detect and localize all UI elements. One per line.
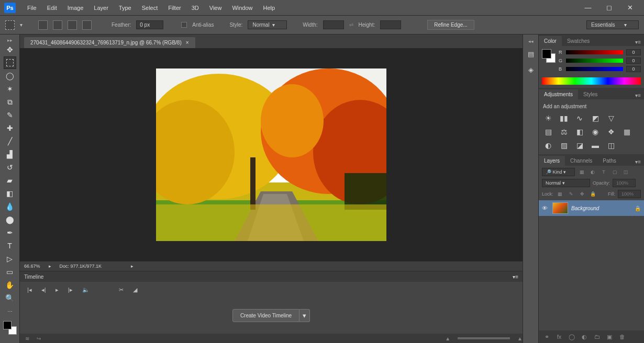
- g-input[interactable]: [626, 58, 641, 64]
- g-slider[interactable]: [566, 59, 623, 63]
- clone-stamp-tool[interactable]: ▟: [4, 148, 16, 161]
- canvas-area[interactable]: [20, 48, 523, 261]
- collapse-right-icon[interactable]: ◂◂: [528, 39, 534, 44]
- marquee-tool[interactable]: [4, 56, 16, 69]
- move-tool[interactable]: ✥: [4, 43, 16, 56]
- menu-type[interactable]: Type: [114, 3, 137, 13]
- posterize-adjustment-icon[interactable]: ▨: [559, 141, 569, 150]
- document-tab[interactable]: 270431_460864490632324_769613719_n.jpg @…: [24, 37, 195, 48]
- transition-icon[interactable]: ◢: [133, 287, 137, 293]
- maximize-button[interactable]: ◻: [602, 3, 616, 13]
- panel-fg-swatch[interactable]: [542, 49, 551, 59]
- tab-swatches[interactable]: Swatches: [562, 36, 595, 46]
- color-swatch-tool[interactable]: [3, 321, 17, 335]
- zoom-tool[interactable]: 🔍: [4, 292, 16, 304]
- menu-file[interactable]: File: [22, 3, 42, 13]
- photo-filter-adjustment-icon[interactable]: ◉: [590, 127, 601, 136]
- dodge-tool[interactable]: ⬤: [4, 213, 16, 226]
- style-select[interactable]: Normal ▾: [248, 20, 287, 29]
- selection-subtract-icon[interactable]: [68, 20, 77, 30]
- zoom-level[interactable]: 66.67%: [24, 264, 40, 269]
- timeline-forward-icon[interactable]: ↪: [37, 336, 41, 341]
- r-input[interactable]: [626, 49, 641, 55]
- tab-styles[interactable]: Styles: [578, 89, 603, 99]
- marquee-tool-icon[interactable]: [5, 20, 15, 30]
- selection-intersect-icon[interactable]: [82, 20, 92, 30]
- lut-adjustment-icon[interactable]: ▦: [621, 127, 632, 136]
- tab-channels[interactable]: Channels: [565, 156, 597, 166]
- layer-kind-select[interactable]: 🔎 Kind ▾: [542, 168, 575, 176]
- delete-layer-icon[interactable]: 🗑: [618, 334, 626, 340]
- menu-filter[interactable]: Filter: [163, 3, 186, 13]
- menu-window[interactable]: Window: [227, 3, 258, 13]
- history-panel-icon[interactable]: ▤: [525, 48, 537, 60]
- threshold-adjustment-icon[interactable]: ◪: [574, 141, 585, 150]
- hand-tool[interactable]: ✋: [4, 279, 16, 291]
- blur-tool[interactable]: 💧: [4, 200, 16, 213]
- lasso-tool[interactable]: ◯: [4, 70, 16, 82]
- timeline-loop-icon[interactable]: ≋: [25, 336, 29, 341]
- hue-adjustment-icon[interactable]: ▤: [543, 127, 553, 136]
- vibrance-adjustment-icon[interactable]: ▽: [606, 113, 616, 123]
- layer-mask-icon[interactable]: ◯: [568, 334, 575, 340]
- filter-type-icon[interactable]: T: [599, 168, 608, 176]
- filter-smart-icon[interactable]: ◫: [621, 168, 630, 176]
- type-tool[interactable]: T: [4, 239, 16, 252]
- feather-input[interactable]: [136, 20, 163, 29]
- timeline-zoom-in-icon[interactable]: ▲: [517, 336, 523, 341]
- crop-tool[interactable]: ⧉: [4, 96, 16, 108]
- menu-edit[interactable]: Edit: [42, 3, 62, 13]
- channel-mixer-adjustment-icon[interactable]: ❖: [606, 127, 616, 136]
- lock-position-icon[interactable]: ✥: [578, 190, 586, 198]
- close-button[interactable]: ✕: [623, 3, 637, 13]
- filter-pixel-icon[interactable]: ▦: [578, 168, 586, 176]
- gradient-tool[interactable]: ◧: [4, 187, 16, 200]
- timeline-zoom-out-icon[interactable]: ▲: [445, 336, 450, 341]
- workspace-select[interactable]: Essentials▾: [586, 20, 639, 29]
- color-panel-menu-icon[interactable]: ▾≡: [632, 38, 644, 46]
- create-video-timeline-button[interactable]: Create Video Timeline: [232, 309, 299, 322]
- path-selection-tool[interactable]: ▷: [4, 253, 16, 265]
- adjustments-panel-menu-icon[interactable]: ▾≡: [632, 92, 644, 99]
- eraser-tool[interactable]: ▰: [4, 174, 16, 187]
- exposure-adjustment-icon[interactable]: ◩: [590, 113, 601, 123]
- audio-icon[interactable]: 🔈: [82, 287, 90, 293]
- filter-adjustment-icon[interactable]: ◐: [589, 168, 597, 176]
- play-icon[interactable]: ▸: [55, 287, 59, 293]
- timeline-zoom-slider[interactable]: [458, 337, 510, 339]
- filter-shape-icon[interactable]: ▢: [610, 168, 619, 176]
- close-tab-icon[interactable]: ×: [186, 40, 189, 45]
- layers-panel-menu-icon[interactable]: ▾≡: [632, 158, 644, 166]
- canvas[interactable]: [156, 68, 386, 241]
- layer-thumbnail[interactable]: [552, 202, 568, 214]
- menu-3d[interactable]: 3D: [186, 3, 204, 13]
- split-clip-icon[interactable]: ✂: [119, 287, 124, 293]
- selection-add-icon[interactable]: [53, 20, 62, 30]
- next-frame-icon[interactable]: |▸: [68, 287, 73, 293]
- chevron-down-icon[interactable]: ▾: [20, 22, 23, 28]
- menu-image[interactable]: Image: [62, 3, 89, 13]
- brightness-adjustment-icon[interactable]: ☀: [543, 113, 553, 123]
- new-adjustment-layer-icon[interactable]: ◐: [581, 334, 588, 340]
- lock-image-icon[interactable]: ✎: [567, 190, 575, 198]
- edit-toolbar-icon[interactable]: ⋯: [4, 305, 16, 317]
- link-layers-icon[interactable]: ⚭: [543, 334, 550, 340]
- layer-visibility-icon[interactable]: 👁: [542, 205, 549, 211]
- bw-adjustment-icon[interactable]: ◧: [574, 127, 585, 136]
- status-play-icon[interactable]: ▸: [131, 264, 134, 269]
- healing-brush-tool[interactable]: ✚: [4, 122, 16, 134]
- new-group-icon[interactable]: 🗀: [593, 334, 601, 340]
- tab-paths[interactable]: Paths: [597, 156, 621, 166]
- blend-mode-select[interactable]: Normal ▾: [542, 179, 590, 187]
- prev-frame-icon[interactable]: ◂|: [41, 287, 46, 293]
- layer-locked-icon[interactable]: 🔒: [635, 205, 641, 211]
- levels-adjustment-icon[interactable]: ▮▮: [559, 113, 569, 123]
- history-brush-tool[interactable]: ↺: [4, 161, 16, 174]
- tab-layers[interactable]: Layers: [539, 156, 565, 166]
- status-arrow-icon[interactable]: ▸: [49, 264, 51, 269]
- new-layer-icon[interactable]: ▣: [606, 334, 613, 340]
- r-slider[interactable]: [566, 50, 623, 54]
- b-input[interactable]: [626, 66, 641, 72]
- minimize-button[interactable]: —: [581, 3, 595, 13]
- menu-view[interactable]: View: [204, 3, 227, 13]
